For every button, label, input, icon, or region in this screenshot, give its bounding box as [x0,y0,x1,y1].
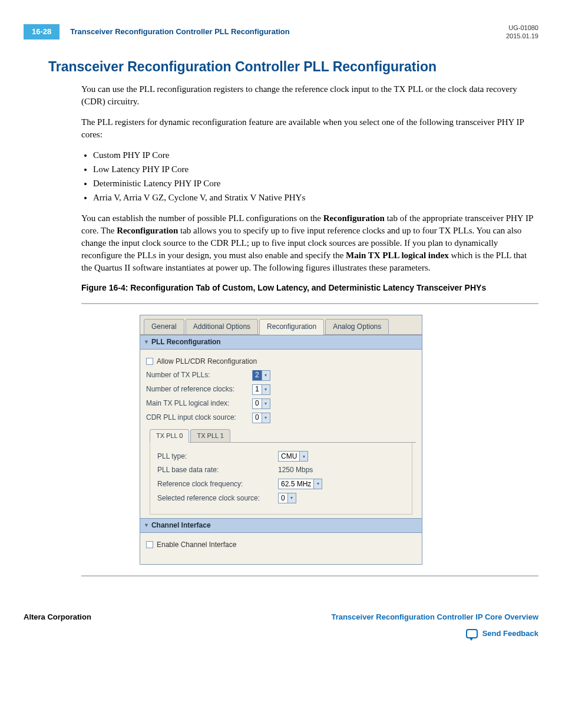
num-ref-clocks-label: Number of reference clocks: [146,384,252,394]
num-ref-clocks-dropdown[interactable]: 1 ▾ [252,384,270,395]
cdr-pll-source-value: 0 [253,413,262,423]
page-header: 16-28 Transceiver Reconfiguration Contro… [24,24,538,41]
list-item: Deterministic Latency PHY IP Core [93,177,538,190]
allow-reconfig-checkbox[interactable] [146,358,153,365]
tx-pll-tabs: TX PLL 0 TX PLL 1 [150,429,416,443]
chevron-down-icon: ▼ [144,522,149,529]
figure-caption: Figure 16-4: Reconfiguration Tab of Cust… [81,282,538,294]
page-number-badge: 16-28 [24,24,59,39]
tab-additional-options[interactable]: Additional Options [186,319,258,334]
chevron-down-icon: ▼ [144,338,149,346]
tab-tx-pll-1[interactable]: TX PLL 1 [190,429,230,442]
sel-ref-clock-source-dropdown[interactable]: 0 ▾ [278,493,296,503]
reconfiguration-dialog: General Additional Options Reconfigurati… [140,315,422,564]
num-tx-plls-dropdown[interactable]: 2 ▾ [252,370,270,381]
pll-type-value: CMU [279,452,299,462]
main-tx-pll-index-value: 0 [253,398,262,409]
doc-date: 2015.01.19 [506,32,538,40]
pll-reconfiguration-section-header[interactable]: ▼ PLL Reconfiguration [140,335,422,350]
pll-base-data-rate-value: 1250 Mbps [278,465,313,475]
list-item: Custom PHY IP Core [93,149,538,162]
tab-tx-pll-0[interactable]: TX PLL 0 [150,429,189,443]
doc-id: UG-01080 [506,24,538,32]
chevron-down-icon: ▾ [262,399,270,409]
tab-analog-options[interactable]: Analog Options [325,319,389,334]
pll-type-dropdown[interactable]: CMU ▾ [278,451,308,462]
header-title: Transceiver Reconfiguration Controller P… [70,27,506,37]
chevron-down-icon: ▾ [287,493,296,503]
paragraph-2: The PLL registers for dynamic reconfigur… [81,116,538,141]
page-footer: Altera Corporation Transceiver Reconfigu… [24,612,538,639]
cdr-pll-source-dropdown[interactable]: 0 ▾ [252,413,270,423]
num-tx-plls-label: Number of TX PLLs: [146,370,252,380]
main-tx-pll-index-dropdown[interactable]: 0 ▾ [252,398,270,409]
chevron-down-icon: ▾ [299,452,308,461]
paragraph-3: You can establish the number of possible… [81,212,538,274]
main-tabs: General Additional Options Reconfigurati… [140,315,422,335]
feedback-icon [466,629,478,638]
figure-top-divider [81,303,538,304]
num-ref-clocks-value: 1 [253,384,262,394]
tab-reconfiguration[interactable]: Reconfiguration [259,319,324,335]
enable-channel-interface-row: Enable Channel Interface [146,540,416,550]
num-tx-plls-value: 2 [253,370,262,380]
footer-chapter-link[interactable]: Transceiver Reconfiguration Controller I… [331,612,538,622]
section-title: Transceiver Reconfiguration Controller P… [48,57,538,76]
tx-pll-0-panel: PLL type: CMU ▾ PLL base data rate: 1250… [150,443,412,515]
section-head-label: PLL Reconfiguration [151,337,221,347]
main-tx-pll-index-label: Main TX PLL logical index: [146,398,252,409]
footer-corporation: Altera Corporation [24,612,91,622]
pll-base-data-rate-label: PLL base data rate: [157,465,278,475]
chevron-down-icon: ▾ [262,385,270,394]
sel-ref-clock-source-value: 0 [279,493,287,503]
ref-clock-freq-label: Reference clock frequency: [157,479,278,489]
ref-clock-freq-value: 62.5 MHz [279,479,313,489]
sel-ref-clock-source-label: Selected reference clock source: [157,493,278,503]
enable-channel-interface-label: Enable Channel Interface [157,540,236,550]
enable-channel-interface-checkbox[interactable] [146,541,153,548]
cdr-pll-source-label: CDR PLL input clock source: [146,413,252,423]
body-text: You can use the PLL reconfiguration regi… [81,83,538,274]
channel-interface-section-header[interactable]: ▼ Channel Interface [140,518,422,533]
list-item: Arria V, Arria V GZ, Cyclone V, and Stra… [93,192,538,204]
pll-type-label: PLL type: [157,452,278,462]
chevron-down-icon: ▾ [262,371,270,380]
send-feedback-link[interactable]: Send Feedback [482,628,538,639]
chevron-down-icon: ▾ [313,479,322,489]
channel-interface-form: Enable Channel Interface [140,533,422,564]
header-meta: UG-01080 2015.01.19 [506,24,538,41]
chevron-down-icon: ▾ [262,413,270,423]
pll-reconfiguration-form: Allow PLL/CDR Reconfiguration Number of … [140,350,422,518]
list-item: Low Latency PHY IP Core [93,163,538,176]
figure-bottom-divider [81,575,538,577]
tab-general[interactable]: General [144,319,184,334]
allow-reconfig-label: Allow PLL/CDR Reconfiguration [157,357,257,367]
ref-clock-freq-dropdown[interactable]: 62.5 MHz ▾ [278,479,322,489]
section-head-label: Channel Interface [151,521,211,531]
paragraph-1: You can use the PLL reconfiguration regi… [81,83,538,108]
ip-core-list: Custom PHY IP Core Low Latency PHY IP Co… [93,149,538,204]
allow-reconfig-row: Allow PLL/CDR Reconfiguration [146,357,416,367]
